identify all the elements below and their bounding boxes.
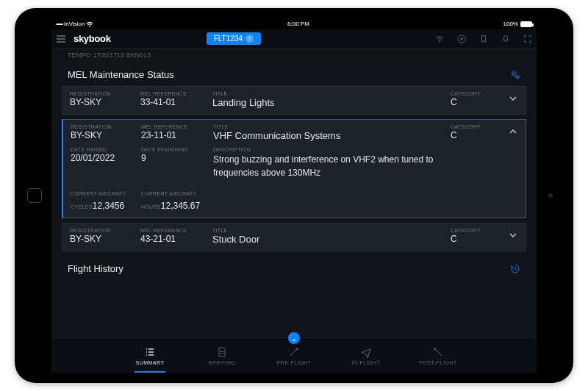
fullscreen-icon[interactable] [523, 35, 532, 43]
svg-point-1 [512, 71, 515, 74]
nav-label: IN-FLIGHT [352, 360, 381, 365]
battery-label: 100% [503, 21, 518, 27]
history-section-title: Flight History [68, 263, 123, 274]
scroll-indicator[interactable]: ⌄ [288, 332, 300, 344]
label-title: TITLE [212, 228, 445, 233]
registration-value: BY-SKY [71, 130, 135, 140]
screen: ••••• InVision 8:00 PM 100% skybook FLT1… [51, 18, 537, 373]
history-icon[interactable] [510, 264, 520, 274]
registration-value: BY-SKY [70, 234, 135, 244]
hours-value: 12,345.67 [161, 201, 200, 211]
postflight-icon [432, 346, 444, 358]
cycles-value: 12,3456 [93, 201, 124, 211]
mel-title-value: VHF Communication Systems [213, 130, 445, 141]
bottom-nav: ⌄ SUMMARY BRIEFING PRE-FLIGHT IN-FLIGHT … [51, 337, 537, 373]
mel-title-value: Stuck Door [212, 234, 445, 245]
label-mel-ref: MEL REFERENCE [140, 228, 207, 233]
wifi-icon [86, 21, 93, 27]
label-category: CATEGORY [451, 91, 495, 96]
label-registration: REGISTRATION [70, 91, 135, 96]
flight-number: FLT1234 [214, 35, 243, 43]
mel-item[interactable]: REGISTRATIONBY-SKY MEL REFERENCE33-41-01… [62, 86, 526, 115]
weather-tempo: TEMPO 1708/1712 BKN013 [62, 49, 526, 62]
mel-section-title: MEL Maintenance Status [68, 69, 174, 80]
label-registration: REGISTRATION [70, 228, 135, 233]
label-mel-ref: MEL REFERENCE [141, 124, 207, 129]
app-logo: skybook [74, 33, 111, 44]
label-mel-ref: MEL REFERENCE [140, 91, 207, 96]
clock-label: 8:00 PM [287, 21, 309, 27]
tablet-frame: ••••• InVision 8:00 PM 100% skybook FLT1… [15, 8, 573, 383]
inflight-icon [360, 346, 372, 358]
mel-item[interactable]: REGISTRATIONBY-SKY MEL REFERENCE43-21-01… [62, 223, 526, 251]
description-value: Strong buzzing and interference on VHF2 … [213, 153, 448, 179]
nav-briefing[interactable]: BRIEFING [196, 338, 248, 373]
nav-label: SUMMARY [135, 360, 164, 365]
preflight-icon [288, 346, 300, 358]
signal-icon: ••••• [56, 21, 62, 27]
mel-ref-value: 33-41-01 [140, 97, 207, 107]
battery-icon [520, 21, 532, 27]
gear-icon[interactable] [510, 70, 520, 80]
menu-icon[interactable] [56, 34, 66, 44]
content-area: TEMPO 1708/1712 BKN013 MEL Maintenance S… [51, 49, 537, 337]
label-date-raised: DATE RAISED [71, 147, 135, 152]
nav-label: POST-FLIGHT [419, 360, 456, 365]
label-days-remaining: DAYS REMAINING [141, 147, 207, 152]
nav-label: BRIEFING [208, 360, 235, 365]
mel-section-header: MEL Maintenance Status [62, 62, 526, 86]
category-value: C [451, 97, 495, 107]
wifi-status-icon[interactable] [435, 35, 444, 43]
mel-ref-value: 23-11-01 [141, 130, 207, 140]
list-icon [144, 346, 156, 358]
app-topbar: skybook FLT1234 ? [51, 29, 537, 49]
mel-ref-value: 43-21-01 [140, 234, 207, 244]
carrier-label: InVision [64, 21, 85, 27]
chevron-down-icon[interactable] [501, 230, 518, 243]
registration-value: BY-SKY [70, 97, 135, 107]
home-button[interactable] [27, 188, 42, 203]
svg-point-0 [458, 35, 465, 42]
label-title: TITLE [212, 91, 445, 96]
category-value: C [451, 234, 495, 244]
bell-icon[interactable] [501, 35, 510, 43]
status-bar: ••••• InVision 8:00 PM 100% [51, 18, 537, 29]
date-raised-value: 20/01/2022 [71, 153, 135, 163]
nav-summary[interactable]: SUMMARY [124, 338, 176, 373]
camera-dot [548, 193, 553, 198]
svg-point-2 [516, 76, 519, 79]
bookmark-icon[interactable] [479, 35, 488, 43]
document-icon [216, 346, 228, 358]
category-value: C [451, 130, 495, 140]
label-description: DESCRIPTION [213, 147, 518, 152]
chevron-down-icon[interactable] [501, 93, 518, 107]
help-icon: ? [245, 35, 254, 43]
nav-inflight[interactable]: IN-FLIGHT [340, 338, 392, 373]
history-section-header: Flight History [62, 256, 526, 280]
flight-pill[interactable]: FLT1234 ? [207, 32, 261, 45]
label-category: CATEGORY [451, 228, 495, 233]
nav-postflight[interactable]: POST-FLIGHT [412, 338, 464, 373]
mel-title-value: Landing Lights [212, 97, 445, 108]
label-category: CATEGORY [451, 124, 495, 129]
mel-item-expanded[interactable]: REGISTRATIONBY-SKY MEL REFERENCE23-11-01… [62, 119, 526, 218]
label-title: TITLE [213, 124, 445, 129]
compass-icon[interactable] [457, 35, 466, 43]
label-registration: REGISTRATION [71, 124, 135, 129]
nav-label: PRE-FLIGHT [277, 360, 312, 365]
days-remaining-value: 9 [141, 153, 207, 163]
chevron-up-icon[interactable] [501, 126, 518, 140]
